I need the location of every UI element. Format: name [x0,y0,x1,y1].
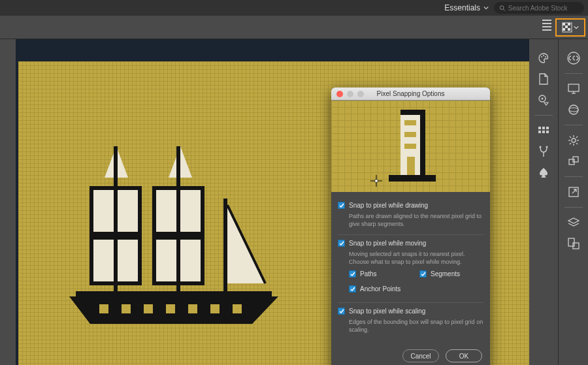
zoom-icon [357,91,364,97]
svg-line-54 [570,143,571,144]
svg-point-46 [569,108,578,112]
crosshair-cursor-icon [370,175,382,187]
workspace-label: Essentials [444,3,480,12]
svg-rect-19 [76,291,272,296]
svg-point-0 [500,5,504,9]
workspace-switcher[interactable]: Essentials [444,3,489,12]
option-moving: Snap to pixel while moving Moving select… [338,235,483,303]
svg-rect-22 [122,304,131,313]
cc-libraries-icon[interactable] [566,51,581,65]
sun-icon[interactable] [566,133,581,148]
svg-point-29 [543,55,544,56]
monitor-icon[interactable] [566,82,581,96]
checkbox-label: Paths [360,270,377,278]
dialog-footer: Cancel OK [331,344,490,365]
svg-point-45 [569,105,578,114]
svg-rect-26 [210,304,220,313]
checkbox-drawing[interactable] [338,202,345,209]
svg-point-47 [572,138,576,142]
page-icon[interactable] [536,72,551,86]
pixel-snap-icon [562,22,572,33]
svg-rect-37 [542,131,545,133]
svg-rect-61 [389,175,436,182]
svg-rect-66 [404,132,416,137]
svg-rect-5 [565,25,568,28]
svg-rect-63 [420,110,425,175]
svg-rect-68 [407,157,415,175]
svg-point-32 [542,98,544,100]
svg-rect-42 [568,84,579,91]
checkbox-scaling[interactable] [338,308,345,315]
svg-rect-71 [375,180,378,182]
swatches-grid-icon[interactable] [536,123,551,138]
chevron-down-icon [574,25,579,30]
svg-point-39 [540,146,542,148]
checkbox-label: Anchor Points [360,285,400,293]
option-scaling: Snap to pixel while scaling Edges of the… [338,303,483,340]
checkbox-label: Snap to pixel while moving [349,239,426,247]
search-icon [499,5,506,12]
svg-line-55 [576,136,578,138]
svg-rect-35 [546,127,549,129]
building-graphic [389,110,436,183]
spade-icon[interactable] [536,165,551,180]
traffic-lights [336,91,364,97]
svg-rect-36 [538,131,541,133]
svg-rect-15 [176,146,180,293]
svg-rect-27 [233,304,242,313]
svg-line-53 [576,143,578,144]
search-stock-box[interactable] [494,2,584,14]
pixel-snapping-dialog: Pixel Snapping Options Snap to pixel whi… [331,87,490,365]
app-topbar: Essentials [0,0,588,16]
svg-point-30 [545,56,546,57]
ok-button[interactable]: OK [446,349,482,362]
svg-line-52 [570,136,571,138]
svg-point-40 [546,146,548,148]
svg-rect-67 [404,144,416,149]
checkbox-moving[interactable] [338,240,345,247]
fork-icon[interactable] [536,144,551,159]
option-drawing: Snap to pixel while drawing Paths are dr… [338,197,483,235]
canvas-gutter [0,39,16,365]
checkbox-segments[interactable] [419,270,427,278]
artboards-icon[interactable] [566,236,581,251]
panel-dock [529,39,588,365]
svg-rect-16 [223,198,227,293]
palette-icon[interactable] [536,51,551,65]
chevron-down-icon [483,5,489,10]
checkbox-label: Snap to pixel while scaling [349,307,425,315]
search-input[interactable] [508,5,579,12]
control-bar [0,16,588,39]
svg-rect-24 [166,304,175,313]
layers-icon[interactable] [566,215,581,230]
dialog-titlebar[interactable]: Pixel Snapping Options [331,87,490,101]
svg-point-41 [568,52,580,64]
svg-rect-64 [400,110,425,115]
sphere-icon[interactable] [566,103,581,117]
option-description: Edges of the bounding box will snap to p… [349,318,483,334]
svg-rect-6 [563,28,565,31]
dialog-body: Snap to pixel while drawing Paths are dr… [331,192,490,344]
option-description: Paths are drawn aligned to the nearest p… [349,212,483,228]
checkbox-paths[interactable] [349,270,356,278]
svg-rect-21 [99,304,108,313]
transform-icon[interactable] [566,154,581,168]
svg-rect-65 [404,120,416,125]
shape-target-icon[interactable] [536,93,551,107]
svg-line-1 [504,9,505,10]
export-icon[interactable] [566,185,581,199]
panel-menu-icon[interactable] [542,20,551,31]
minimize-icon [347,91,353,97]
svg-rect-3 [563,23,565,25]
checkbox-anchor-points[interactable] [349,285,356,293]
cancel-button[interactable]: Cancel [402,349,439,362]
svg-rect-33 [538,127,541,129]
dialog-preview [331,101,490,192]
pixel-snap-dropdown[interactable] [555,18,585,37]
svg-rect-4 [568,23,570,25]
svg-rect-34 [542,127,545,129]
checkbox-label: Snap to pixel while drawing [349,201,428,210]
svg-rect-23 [144,304,153,313]
option-description: Moving selected art snaps it to nearest … [349,250,483,266]
close-icon[interactable] [336,91,343,97]
